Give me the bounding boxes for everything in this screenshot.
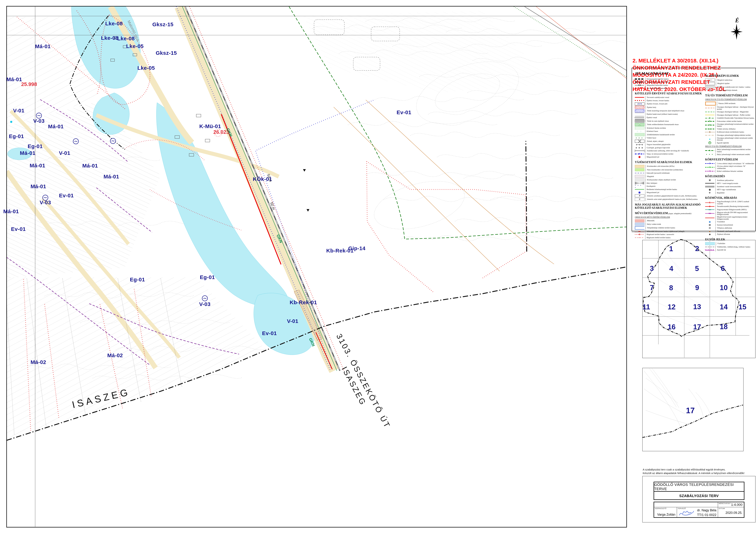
legend-item: Országos jelentőségű tájképvédelmi terül…	[705, 134, 755, 137]
legend-symbol-garage-down: P	[635, 198, 644, 201]
legend-item: ●Védett növény élőhelye	[705, 127, 755, 130]
legend-item: PJelentős szint alatti gépjárműtároló ha…	[635, 198, 703, 201]
index-section-number: 1	[669, 245, 673, 253]
legend-item: ⊠Szennyvíztisztítómű	[705, 224, 755, 226]
legend-symbol-fv-line: F	[705, 120, 715, 122]
legend-symbol-garage-up: P	[635, 194, 644, 197]
legend-item: Építési határvonal (előkert határvonala)	[635, 113, 703, 116]
legend-symbol-box-green	[635, 168, 644, 171]
legend-symbol-hatch-green	[635, 123, 644, 126]
legend-item: ✱Megszüntető jel	[635, 191, 703, 194]
date-cell: DÁTUM 2020.09.25.	[718, 507, 744, 517]
index-section-number: 18	[720, 323, 728, 331]
legend-item: ● ● ●Védett fasor	[635, 137, 703, 139]
sheet-index-panel	[642, 240, 755, 358]
legend-subheading: ORSZÁGOS MŰVI ÉRTÉKVÉDELEM	[635, 216, 703, 219]
legend-symbol-okol-mag	[705, 111, 715, 113]
legend-label: Országos ökológiai hálózat - ökológiai f…	[717, 106, 755, 110]
legend-symbol-hv-line: E	[705, 201, 715, 204]
legend-item: Megmaradó belterület határa	[635, 81, 703, 84]
legend-symbol-rail-cross	[705, 185, 715, 188]
legend-item: GNMagyar-szlovák DN 800 nagynyomású föld…	[705, 211, 755, 216]
legend-symbol-szennyviz: ⊠	[705, 224, 715, 226]
title-block-header: GÖDÖLLŐ VÁROS TELEPÜLÉSRENDEZÉSI TERVE S…	[654, 482, 744, 500]
zone-label: Má-01	[103, 174, 119, 180]
index-section-number: 8	[669, 284, 673, 292]
legend-symbol-egyedi-taj: T	[705, 142, 715, 144]
legend-item: Településkép-védelmi terület határa	[635, 226, 703, 229]
legend-item: Közhasználat céljára átadható terület	[635, 178, 703, 181]
zone-label: Má-01	[82, 163, 98, 169]
legend-symbol-red-dots	[635, 99, 644, 102]
legend-symbol-arkad	[635, 140, 644, 143]
north-arrow-icon	[731, 24, 742, 40]
legend-item: VKülső védőidom felszíni vetülete	[705, 170, 755, 173]
legend-item: hHelyi jelentőségű természetvédelmi terü…	[705, 148, 755, 152]
legend-item: ◉HÉV vagy vasútállomás	[705, 188, 755, 191]
scale-cell: MÉRETARÁNY 1:4.000	[718, 502, 744, 507]
editor-cell: SZERKESZTŐ Varga Zoltán	[654, 507, 677, 517]
editor-label: SZERKESZTŐ	[655, 508, 666, 509]
legend-label: Átjátszó állomás	[717, 233, 730, 235]
legend-label: Zöldfelületként kialakítandó terület	[647, 134, 675, 136]
legend-item: ● ● ●Gyalogút, gyalogos kapcsolat	[635, 146, 703, 149]
index-section-number: 14	[720, 303, 728, 311]
index-section-number: 3	[650, 264, 654, 273]
legend-symbol-viz50: V	[705, 166, 715, 169]
legend-label: Védett növény élőhelye	[717, 128, 736, 130]
north-indicator: É	[729, 17, 745, 24]
legend-item: V50 éves elérési idejű ivóvízbázis "B" v…	[705, 165, 755, 169]
legend-symbol-admin-border	[635, 78, 644, 80]
legend-symbol-tajkep-line	[705, 134, 715, 137]
legend-symbol-hatch-red	[635, 106, 644, 109]
legend-label: Jelentős szintbeni gépjárműtároló határa…	[647, 195, 697, 197]
legend-label: Kötelező fásítás területe	[647, 127, 666, 129]
legend-subheading: ORSZÁGOS TÁJ ÉS TERMÉSZETVÉDELEM	[705, 98, 755, 101]
legend-label: Erdőrezervátum területének határa	[717, 131, 744, 133]
legend-label: Egyedi tájérték	[717, 142, 729, 144]
plan-sheet: { "sheet": { "north_label": "É", "headin…	[0, 0, 756, 534]
legend-symbol-busz: ⊞	[705, 179, 715, 182]
legend-heading: JELMAGYARÁZAT	[635, 71, 703, 76]
legend-symbol-plant-bound	[635, 188, 644, 191]
sheet-title: SZABÁLYOZÁSI TERV	[654, 492, 744, 500]
legend-label: Építési övezet, övezet jele	[647, 103, 667, 105]
legend-symbol-star-red: ✱	[635, 156, 644, 158]
legend-label: Beültetési kötelezettségű terület határa	[647, 188, 677, 191]
legend-heading: ALAPTÉRKÉPI ELEMEK	[705, 74, 755, 77]
zone-label: Má-02	[31, 359, 46, 365]
legend-item: 0541/1Meglévő telek/hrsz	[705, 78, 755, 82]
legend-item: Zöldfelületként kialakítandó terület	[635, 133, 703, 136]
legend-item: ●Országos jelentőségű védett természeti …	[705, 137, 755, 141]
index-section-number: 12	[668, 303, 676, 311]
legend-heading: KÖTELEZŐ ÉRVÉNYŰ SZABÁLYOZÁSI ELEMEK	[635, 92, 703, 95]
legend-label: 5 éves elérési idejű ivóvízbázis "A" véd…	[717, 163, 754, 165]
legend-label: Nem közlekedési célú közterület (zöldter…	[647, 169, 683, 171]
zone-label: Kb-Rek-01	[290, 299, 317, 306]
legend-item: Országos ökológiai hálózat - ökológiai f…	[705, 106, 755, 110]
zone-label: Eg-01	[130, 277, 145, 282]
legend-symbol-red-solid	[635, 96, 644, 99]
zone-label: Ev-01	[59, 193, 74, 199]
legend-label: Kerékpárút	[647, 185, 655, 187]
legend-heading: KÖRNYEZETVÉDELEM	[705, 158, 755, 161]
legend-symbol-alallomas: ⊡	[705, 227, 715, 229]
index-section-number: 9	[695, 284, 699, 292]
legend-item: ⊕Vízműkút	[705, 221, 755, 223]
legend-symbol-zigzag	[635, 116, 644, 119]
zone-label: Má-01	[3, 208, 19, 214]
zone-label: Eg-01	[28, 143, 43, 149]
legend-heading: KÖZLEKEDÉS	[705, 175, 755, 178]
zone-label: Lke-05	[126, 43, 144, 49]
legend-item: ◆Átjátszó állomás	[705, 233, 755, 236]
index-section-number: 5	[695, 265, 699, 273]
legend-item: Híd, felüljáró	[635, 182, 703, 184]
legend-label: Helyi jelentőségű természetvédelmi terül…	[717, 148, 755, 152]
legend-label: Műemlék	[647, 220, 655, 222]
legend-symbol-bike-dots: • • • •	[635, 185, 644, 188]
zone-label: Lke-08	[105, 20, 123, 27]
legend-item: RErdőrezervátum területének határa	[705, 131, 755, 133]
legend-label: Védett fasor	[647, 137, 656, 139]
legend-label: Kötelező fasor	[647, 130, 658, 132]
legend-heading: MŰVI ÉRTÉKVÉDELEM (jogsz. alapján pontos…	[635, 212, 703, 215]
